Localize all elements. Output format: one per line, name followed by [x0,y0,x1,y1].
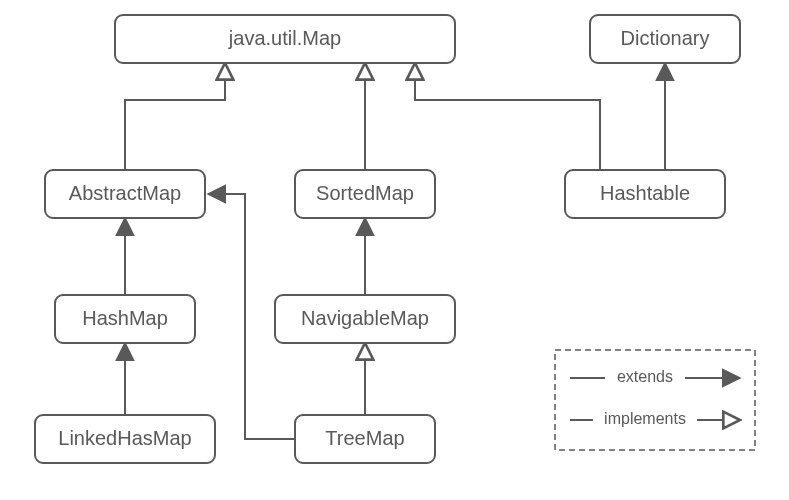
node-hashtable: Hashtable [565,170,725,218]
node-sortedmap-label: SortedMap [316,182,414,204]
class-hierarchy-diagram: java.util.Map Dictionary AbstractMap Sor… [0,0,789,500]
node-abstractmap-label: AbstractMap [69,182,181,204]
node-linkedhasmap: LinkedHasMap [35,415,215,463]
edge-abstractmap-map [125,63,225,170]
legend-extends-label: extends [617,368,673,385]
node-treemap: TreeMap [295,415,435,463]
node-map: java.util.Map [115,15,455,63]
node-linkedhasmap-label: LinkedHasMap [58,427,191,449]
node-map-label: java.util.Map [228,27,341,49]
svg-rect-9 [555,350,755,450]
legend: extends implements [555,350,755,450]
node-dictionary-label: Dictionary [621,27,710,49]
node-abstractmap: AbstractMap [45,170,205,218]
node-dictionary: Dictionary [590,15,740,63]
legend-implements-label: implements [604,410,686,427]
node-navigablemap: NavigableMap [275,295,455,343]
node-sortedmap: SortedMap [295,170,435,218]
node-hashmap: HashMap [55,295,195,343]
edge-hashtable-map [415,63,600,170]
node-navigablemap-label: NavigableMap [301,307,429,329]
node-hashtable-label: Hashtable [600,182,690,204]
node-hashmap-label: HashMap [82,307,168,329]
node-treemap-label: TreeMap [325,427,404,449]
